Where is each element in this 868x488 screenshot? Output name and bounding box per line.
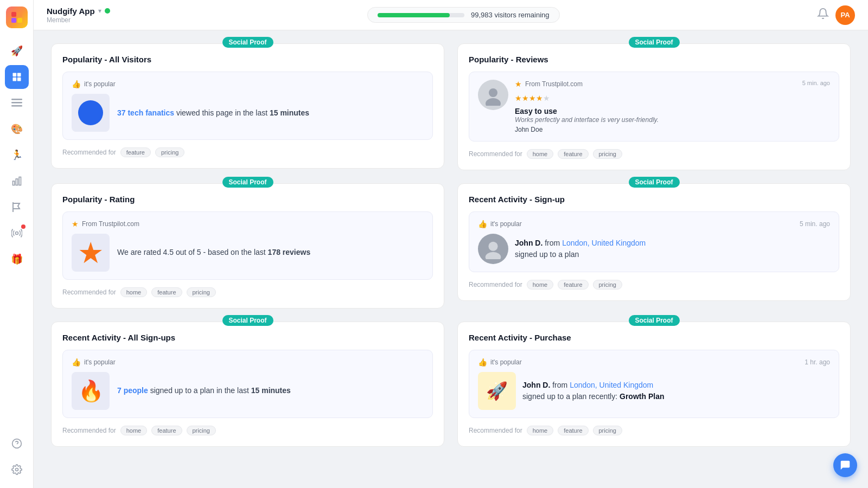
- card-preview: 👍 it's popular 1 hr. ago 🚀 John D. from …: [469, 350, 839, 418]
- rocket-icon-box: 🚀: [478, 372, 516, 410]
- preview-body: 🔥 7 people signed up to a plan in the la…: [72, 372, 424, 410]
- progress-fill: [378, 13, 450, 17]
- thumbup-icon: 👍: [478, 220, 487, 228]
- recommended-row: Recommended for home feature pricing: [62, 287, 433, 297]
- trustpilot-label: From Trustpilot.com: [82, 220, 139, 228]
- svg-point-10: [15, 232, 18, 235]
- preview-top-text: it's popular: [490, 358, 522, 366]
- social-proof-badge: Social Proof: [222, 37, 273, 48]
- trustpilot-row: ★ From Trustpilot.com: [72, 220, 424, 228]
- sidebar-item-palette[interactable]: 🎨: [5, 117, 29, 141]
- sidebar-item-settings[interactable]: [5, 458, 29, 481]
- highlight-text: 37 tech fanatics: [117, 108, 174, 117]
- sidebar-item-activity[interactable]: 🏃: [5, 143, 29, 167]
- trustpilot-label: From Trustpilot.com: [525, 80, 583, 88]
- chat-button[interactable]: [833, 453, 857, 477]
- member-label: Member: [47, 16, 110, 24]
- social-proof-badge: Social Proof: [222, 315, 273, 326]
- sidebar-item-broadcast[interactable]: [5, 221, 29, 245]
- tag-pricing[interactable]: pricing: [593, 426, 622, 435]
- main-content: Nudgify App ▾ Member 99,983 visitors rem…: [34, 0, 868, 488]
- visitors-text: 99,983 visitors remaining: [471, 11, 550, 19]
- tag-pricing[interactable]: pricing: [187, 426, 216, 435]
- recommended-label: Recommended for: [469, 427, 522, 434]
- header: Nudgify App ▾ Member 99,983 visitors rem…: [34, 0, 868, 30]
- tag-home[interactable]: home: [120, 426, 148, 435]
- sidebar-item-chart[interactable]: [5, 169, 29, 193]
- tag-feature[interactable]: feature: [151, 287, 182, 297]
- card-popularity-all-visitors: Social Proof Popularity - All Visitors 👍…: [51, 43, 444, 170]
- sidebar-item-rocket[interactable]: 🚀: [5, 39, 29, 63]
- recommended-row: Recommended for home feature pricing: [469, 149, 839, 159]
- svg-rect-6: [11, 105, 22, 107]
- card-preview: 👍 it's popular 🔥 7 people signed up to a…: [62, 350, 433, 418]
- recommended-row: Recommended for home feature pricing: [469, 280, 839, 290]
- sidebar-item-list[interactable]: [5, 91, 29, 115]
- highlight-text: 7 people: [117, 386, 148, 395]
- svg-rect-2: [12, 78, 16, 81]
- review-title: Easy to use: [515, 107, 830, 115]
- trustpilot-star: ★: [515, 80, 522, 88]
- review-preview: ★ From Trustpilot.com ★★★★★ 5 min. ago E…: [478, 80, 830, 133]
- card-title: Recent Activity - All Sign-ups: [62, 333, 433, 342]
- recommended-label: Recommended for: [62, 149, 116, 156]
- tag-feature[interactable]: feature: [558, 280, 588, 290]
- svg-point-12: [15, 468, 18, 471]
- visitors-section: 99,983 visitors remaining: [110, 7, 817, 23]
- plan-link[interactable]: Growth Plan: [620, 392, 664, 401]
- tag-home[interactable]: home: [120, 287, 148, 297]
- blue-circle-icon: [78, 100, 103, 125]
- activity-body: John D. from London, United Kingdomsigne…: [478, 234, 830, 264]
- tag-pricing[interactable]: pricing: [593, 280, 622, 290]
- preview-text: 37 tech fanatics viewed this page in the…: [117, 107, 309, 119]
- user-avatar[interactable]: PA: [835, 5, 855, 25]
- tag-feature[interactable]: feature: [151, 426, 182, 435]
- preview-icon-box: [72, 94, 110, 132]
- preview-body: 37 tech fanatics viewed this page in the…: [72, 94, 424, 132]
- reviewer-avatar: [478, 80, 508, 110]
- svg-point-15: [488, 241, 497, 251]
- svg-rect-1: [17, 73, 21, 77]
- reviews-count: 178 reviews: [268, 248, 311, 256]
- svg-point-13: [489, 88, 497, 97]
- tag-home[interactable]: home: [527, 280, 554, 290]
- tag-pricing[interactable]: pricing: [155, 147, 184, 157]
- svg-point-14: [486, 98, 501, 106]
- card-title: Popularity - Rating: [62, 195, 433, 204]
- activity-top: 👍 it's popular 5 min. ago: [478, 220, 830, 228]
- tag-feature[interactable]: feature: [120, 147, 151, 157]
- rating-highlight: 4.5: [163, 248, 174, 256]
- card-preview: ★ From Trustpilot.com ★ We are rated 4.5…: [62, 211, 433, 280]
- cards-grid: Social Proof Popularity - All Visitors 👍…: [51, 43, 851, 447]
- recommended-label: Recommended for: [469, 281, 522, 288]
- location-link[interactable]: London, United Kingdom: [570, 381, 653, 389]
- sidebar-item-gift[interactable]: 🎁: [5, 247, 29, 271]
- bell-icon[interactable]: [817, 8, 829, 22]
- review-content: ★ From Trustpilot.com ★★★★★ 5 min. ago E…: [515, 80, 830, 133]
- tag-pricing[interactable]: pricing: [593, 149, 622, 159]
- card-preview: ★ From Trustpilot.com ★★★★★ 5 min. ago E…: [469, 72, 839, 142]
- person-avatar: [478, 234, 508, 264]
- chevron-icon[interactable]: ▾: [98, 7, 101, 15]
- app-info: Nudgify App ▾ Member: [47, 7, 110, 24]
- location-link[interactable]: London, United Kingdom: [562, 239, 646, 247]
- content-area: Social Proof Popularity - All Visitors 👍…: [34, 30, 868, 488]
- tag-home[interactable]: home: [527, 149, 554, 159]
- recommended-label: Recommended for: [62, 427, 116, 434]
- social-proof-badge: Social Proof: [628, 177, 679, 188]
- preview-top-text: it's popular: [84, 358, 116, 366]
- preview-body: ★ We are rated 4.5 out of 5 - based on t…: [72, 234, 424, 272]
- sidebar-item-dashboard[interactable]: [5, 65, 29, 89]
- sidebar-item-help[interactable]: [5, 432, 29, 455]
- tag-feature[interactable]: feature: [558, 426, 588, 435]
- tag-home[interactable]: home: [527, 426, 554, 435]
- recommended-row: Recommended for home feature pricing: [62, 426, 433, 435]
- tag-pricing[interactable]: pricing: [187, 287, 216, 297]
- tag-feature[interactable]: feature: [558, 149, 588, 159]
- review-body: Works perfectly and interface is very us…: [515, 115, 830, 125]
- sidebar-item-flag[interactable]: [5, 195, 29, 219]
- preview-icon-box: ★: [72, 234, 110, 272]
- visitors-bar: 99,983 visitors remaining: [367, 7, 560, 23]
- recommended-label: Recommended for: [469, 150, 522, 158]
- svg-rect-0: [12, 73, 16, 77]
